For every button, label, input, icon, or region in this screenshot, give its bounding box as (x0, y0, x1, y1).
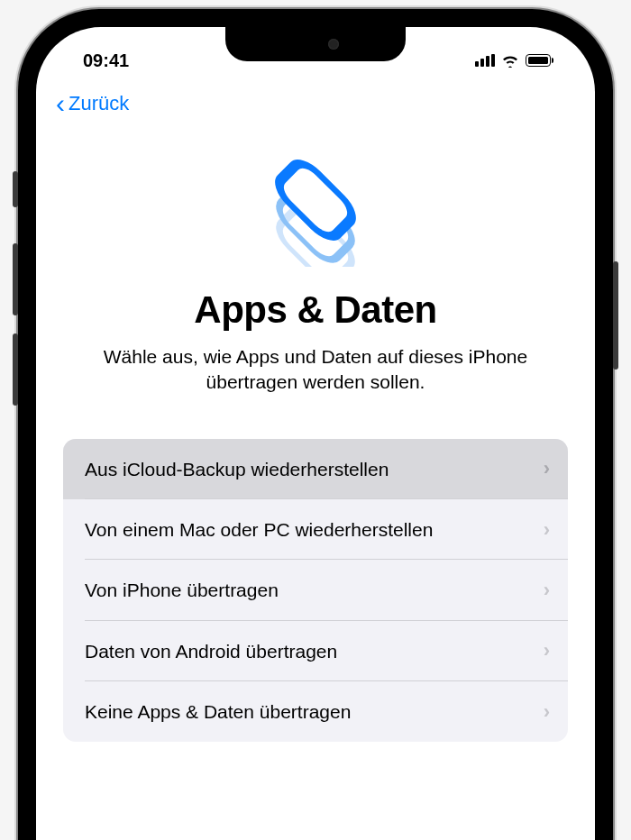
apps-data-stack-icon (252, 159, 379, 267)
volume-down-button (13, 333, 18, 406)
screen: 09:41 (36, 27, 595, 840)
status-indicators (475, 54, 559, 68)
option-restore-icloud[interactable]: Aus iCloud-Backup wiederherstellen › (63, 439, 568, 499)
chevron-left-icon: ‹ (56, 90, 65, 117)
option-no-transfer[interactable]: Keine Apps & Daten übertragen › (63, 681, 568, 742)
option-label: Von iPhone übertragen (85, 578, 535, 602)
option-transfer-android[interactable]: Daten von Android übertragen › (63, 621, 568, 681)
option-label: Keine Apps & Daten übertragen (85, 699, 535, 724)
nav-bar: ‹ Zurück (36, 78, 595, 130)
option-restore-mac-pc[interactable]: Von einem Mac oder PC wiederherstellen › (63, 499, 568, 560)
page-title: Apps & Daten (63, 288, 568, 332)
chevron-right-icon: › (544, 457, 550, 480)
front-camera (328, 39, 339, 50)
chevron-right-icon: › (544, 639, 550, 662)
page-subtitle: Wähle aus, wie Apps und Daten auf dieses… (63, 344, 568, 396)
cellular-signal-icon (475, 54, 495, 67)
back-button[interactable]: ‹ Zurück (56, 90, 129, 117)
chevron-right-icon: › (544, 518, 550, 542)
power-button (613, 261, 618, 370)
battery-icon (526, 54, 553, 67)
content-area: Apps & Daten Wähle aus, wie Apps und Dat… (36, 159, 595, 742)
wifi-icon (501, 54, 519, 68)
option-transfer-iphone[interactable]: Von iPhone übertragen › (63, 560, 568, 620)
volume-up-button (13, 243, 18, 315)
notch (225, 27, 406, 61)
back-label: Zurück (69, 92, 129, 115)
options-list: Aus iCloud-Backup wiederherstellen › Von… (63, 439, 568, 742)
chevron-right-icon: › (544, 579, 550, 602)
option-label: Von einem Mac oder PC wiederherstellen (85, 517, 535, 542)
status-time: 09:41 (72, 50, 129, 71)
chevron-right-icon: › (544, 700, 550, 724)
phone-frame: 09:41 (18, 9, 613, 840)
option-label: Aus iCloud-Backup wiederherstellen (85, 457, 535, 481)
svg-rect-2 (273, 159, 358, 242)
option-label: Daten von Android übertragen (85, 639, 535, 663)
mute-switch (13, 171, 18, 207)
